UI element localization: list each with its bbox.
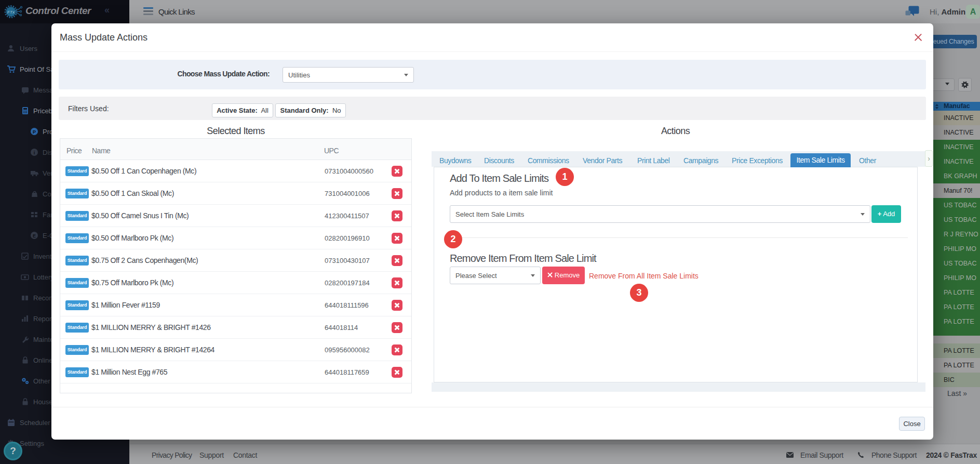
svg-text:i: i [34, 150, 35, 155]
svg-text:P: P [33, 129, 36, 135]
svg-text:E: E [33, 233, 36, 238]
svg-text:FTx: FTx [7, 10, 15, 15]
